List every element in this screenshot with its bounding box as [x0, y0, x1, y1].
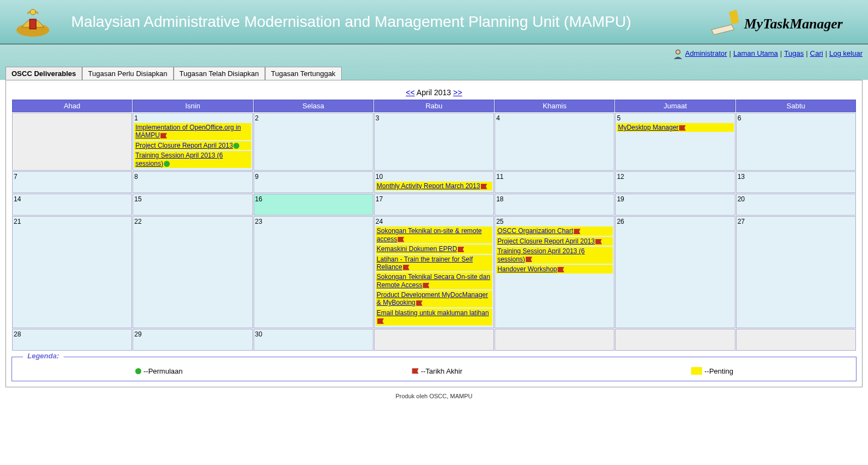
calendar-cell[interactable]: 11: [495, 171, 614, 193]
legend-title: Legenda:: [23, 352, 64, 360]
task-link[interactable]: OSCC Organization Chart: [497, 227, 573, 235]
task-link[interactable]: Sokongan Teknikal Secara On-site dan Rem…: [377, 273, 490, 288]
prev-month[interactable]: <<: [406, 88, 415, 97]
task-link[interactable]: Training Session April 2013 (6 sessions): [135, 152, 223, 167]
calendar-cell[interactable]: 18: [495, 194, 614, 216]
calendar-cell[interactable]: 24Sokongan Teknikal on-site & remote acc…: [374, 216, 494, 328]
calendar-cell[interactable]: 27: [736, 216, 856, 328]
crest-icon: [11, 5, 55, 38]
day-number: 2: [255, 114, 372, 122]
nav-link-tugas[interactable]: Tugas: [784, 49, 804, 57]
calendar-cell[interactable]: 30: [254, 329, 373, 351]
calendar-cell[interactable]: [374, 329, 494, 351]
next-month[interactable]: >>: [453, 88, 462, 97]
calendar-cell[interactable]: 13: [736, 171, 856, 193]
nav-link-cari[interactable]: Cari: [810, 49, 823, 57]
day-number: 20: [738, 195, 854, 203]
calendar-cell[interactable]: [736, 329, 856, 351]
end-flag-icon: [160, 133, 167, 138]
calendar-cell[interactable]: [12, 113, 132, 171]
day-number: 7: [14, 173, 130, 181]
task-item: Training Session April 2013 (6 sessions): [134, 151, 251, 168]
tab-tugasan-telah-disiapkan[interactable]: Tugasan Telah Disiapkan: [174, 67, 265, 80]
day-number: 30: [255, 330, 372, 338]
calendar-cell[interactable]: 10Monthly Activity Report March 2013: [374, 171, 494, 193]
task-link[interactable]: Training Session April 2013 (6 sessions): [497, 247, 585, 263]
task-link[interactable]: Latihan - Train the trainer for Self Rel…: [377, 255, 473, 271]
day-number: 3: [376, 114, 492, 122]
start-flag-icon: [135, 368, 141, 374]
calendar-cell[interactable]: 28: [12, 329, 132, 351]
nav-link-log-keluar[interactable]: Log keluar: [829, 49, 863, 57]
day-number: 9: [255, 173, 372, 181]
end-flag-icon: [377, 318, 384, 324]
calendar-cell[interactable]: 4: [495, 113, 614, 171]
calendar-cell[interactable]: 15: [133, 194, 252, 216]
day-header: Isnin: [133, 100, 252, 112]
day-number: 10: [376, 173, 492, 181]
task-link[interactable]: Handover Workshop: [497, 265, 557, 273]
calendar-cell[interactable]: 26: [615, 216, 735, 328]
calendar-cell[interactable]: 8: [133, 171, 252, 193]
day-header: Selasa: [254, 100, 373, 112]
day-number: 28: [14, 330, 130, 338]
nav-link-laman-utama[interactable]: Laman Utama: [733, 49, 778, 57]
legend: Legenda: --Permulaan --Tarikh Akhir --Pe…: [12, 357, 856, 381]
task-link[interactable]: Project Closure Report April 2013: [135, 142, 233, 149]
calendar-cell[interactable]: 14: [12, 194, 132, 216]
calendar-cell[interactable]: [495, 329, 614, 351]
start-flag-icon: [164, 161, 170, 167]
task-item: Sokongan Teknikal Secara On-site dan Rem…: [376, 272, 492, 289]
end-flag-icon: [412, 368, 418, 374]
end-flag-icon: [574, 229, 580, 234]
calendar-cell[interactable]: 25OSCC Organization ChartProject Closure…: [495, 216, 614, 328]
calendar-cell[interactable]: 22: [133, 216, 252, 328]
svg-point-4: [676, 50, 680, 54]
calendar-cell[interactable]: 7: [12, 171, 132, 193]
task-link[interactable]: Sokongan Teknikal on-site & remote acces…: [377, 227, 482, 242]
task-link[interactable]: Kemaskini Dokumen EPRD: [377, 245, 457, 253]
svg-point-2: [30, 9, 36, 15]
task-link[interactable]: Email blasting untuk makluman latihan: [377, 309, 489, 317]
task-link[interactable]: Project Closure Report April 2013: [497, 237, 595, 245]
month-label: April 2013: [417, 88, 451, 97]
tab-oscc-deliverables[interactable]: OSCC Deliverables: [5, 67, 82, 80]
calendar-cell[interactable]: 29: [133, 329, 252, 351]
end-flag-icon: [526, 257, 532, 262]
calendar-cell[interactable]: 16: [254, 194, 373, 216]
calendar-cell[interactable]: 21: [12, 216, 132, 328]
tab-tugasan-tertunggak[interactable]: Tugasan Tertunggak: [265, 67, 342, 80]
task-link[interactable]: Implementation of OpenOffice.org in MAMP…: [135, 124, 241, 139]
month-nav: << April 2013 >>: [12, 86, 856, 99]
task-link[interactable]: Product Development MyDocManager & MyBoo…: [377, 291, 488, 306]
calendar-cell[interactable]: 1Implementation of OpenOffice.org in MAM…: [133, 113, 252, 171]
day-number: 16: [255, 195, 372, 203]
calendar-cell[interactable]: 20: [736, 194, 856, 216]
calendar-cell[interactable]: 3: [374, 113, 494, 171]
day-number: 19: [617, 195, 733, 203]
calendar-cell[interactable]: 9: [254, 171, 373, 193]
task-item: Sokongan Teknikal on-site & remote acces…: [376, 226, 492, 243]
important-box-icon: [691, 367, 702, 375]
calendar-cell[interactable]: 2: [254, 113, 373, 171]
legend-item: --Penting: [691, 367, 733, 375]
day-number: 5: [617, 114, 733, 122]
end-flag-icon: [398, 237, 404, 242]
task-item: OSCC Organization Chart: [496, 226, 613, 235]
day-number: 13: [738, 173, 854, 181]
calendar-cell[interactable]: [615, 329, 735, 351]
task-item: Kemaskini Dokumen EPRD: [376, 245, 492, 253]
calendar-cell[interactable]: 12: [615, 171, 735, 193]
nav-link-administrator[interactable]: Administrator: [685, 49, 727, 57]
task-link[interactable]: MyDesktop Manager: [618, 124, 679, 131]
end-flag-icon: [416, 300, 423, 306]
task-link[interactable]: Monthly Activity Report March 2013: [377, 182, 480, 190]
calendar-cell[interactable]: 23: [254, 216, 373, 328]
tab-tugasan-perlu-disiapkan[interactable]: Tugasan Perlu Disiapkan: [82, 67, 174, 80]
day-number: 11: [496, 173, 613, 181]
calendar-cell[interactable]: 17: [374, 194, 494, 216]
end-flag-icon: [679, 125, 686, 131]
calendar-cell[interactable]: 19: [615, 194, 735, 216]
calendar-cell[interactable]: 5MyDesktop Manager: [615, 113, 735, 171]
calendar-cell[interactable]: 6: [736, 113, 856, 171]
